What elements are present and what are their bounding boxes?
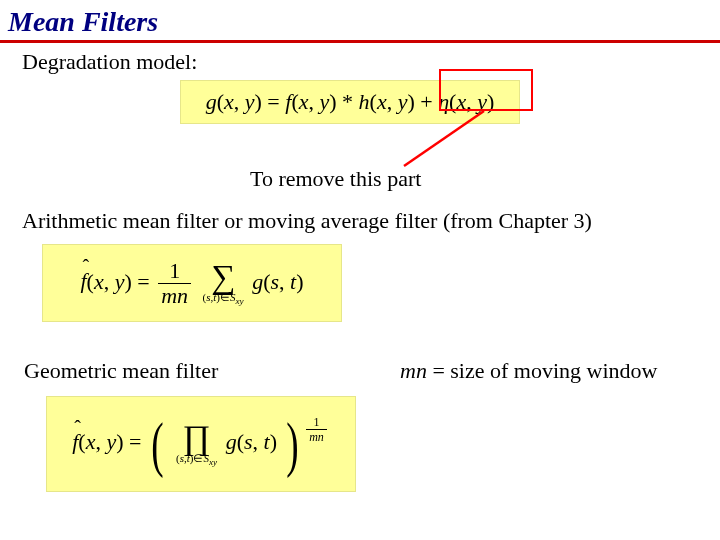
- geom-prod-sub: (s,t)∈Sxy: [176, 453, 217, 467]
- equation-arithmetic-mean: f(x, y) = 1 mn ∑ (s,t)∈Sxy g(s, t): [42, 244, 342, 322]
- noise-callout-box: [439, 69, 533, 111]
- mn-var: mn: [400, 358, 427, 383]
- mn-desc: = size of moving window: [427, 358, 658, 383]
- arith-frac-num: 1: [158, 260, 191, 283]
- degradation-label: Degradation model:: [0, 49, 720, 75]
- geom-exp-num: 1: [306, 416, 327, 429]
- title-underline: [0, 40, 720, 43]
- geom-exp-den: mn: [306, 429, 327, 443]
- geometric-mean-label: Geometric mean filter: [24, 358, 218, 384]
- arithmetic-mean-label: Arithmetic mean filter or moving average…: [22, 208, 592, 234]
- mn-window-label: mn = size of moving window: [400, 358, 657, 384]
- sigma-icon: ∑: [203, 260, 244, 294]
- arith-frac-den: mn: [158, 283, 191, 307]
- remove-this-part-label: To remove this part: [250, 166, 421, 192]
- slide-title: Mean Filters: [0, 0, 720, 40]
- pi-product-icon: ∏: [176, 421, 217, 455]
- equation-geometric-mean: f(x, y) = ( ∏ (s,t)∈Sxy g(s, t) ) 1 mn: [46, 396, 356, 492]
- arith-sum-sub: (s,t)∈Sxy: [203, 292, 244, 306]
